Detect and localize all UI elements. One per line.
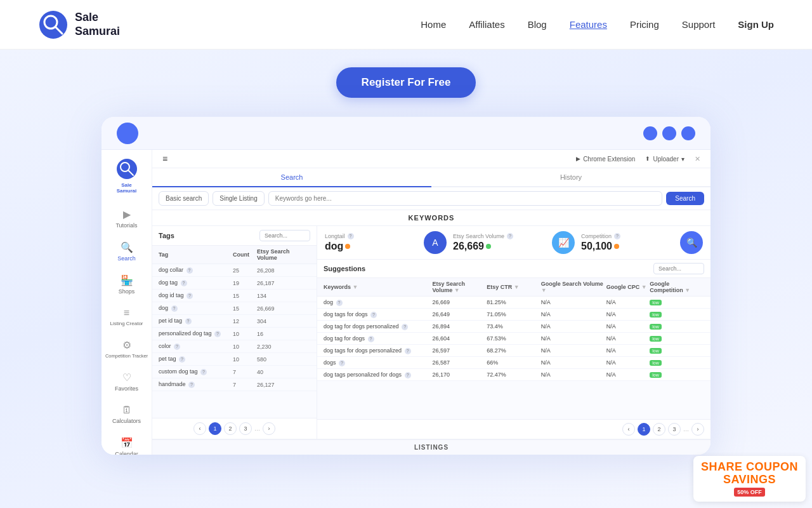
browser-dot-1 bbox=[643, 126, 657, 140]
tags-col-headers: Tag Count Etsy Search Volume bbox=[152, 246, 317, 264]
tags-panel: Tags Tag Count Etsy Search Volume dog co… bbox=[152, 226, 317, 439]
hamburger-icon[interactable]: ≡ bbox=[162, 154, 167, 164]
single-listing-btn[interactable]: Single Listing bbox=[213, 191, 264, 206]
col-tag-label: Tag bbox=[159, 251, 233, 258]
sidebar-item-competition[interactable]: ⚙ Competition Tracker bbox=[102, 334, 152, 364]
table-row: pet tag ?10580 bbox=[152, 353, 317, 366]
sugg-page-2[interactable]: 2 bbox=[653, 423, 665, 436]
suggestions-pagination: ‹ 1 2 3 … › bbox=[317, 419, 710, 439]
tags-search-input[interactable] bbox=[259, 230, 310, 241]
sidebar-item-tutorials[interactable]: ▶ Tutorials bbox=[102, 203, 152, 234]
list-item: dog tags personalized for dogs ? 26,170 … bbox=[317, 369, 710, 381]
longtail-icon: A bbox=[424, 231, 447, 254]
sidebar-label-search: Search bbox=[117, 255, 136, 262]
esv-stat: Etsy Search Volume ? 26,669 bbox=[453, 233, 546, 252]
keyword-stats: Longtail ? dog A Etsy Search Volume ? 26… bbox=[317, 226, 710, 260]
tags-header: Tags bbox=[152, 226, 317, 246]
nav-blog[interactable]: Blog bbox=[528, 19, 547, 30]
suggestions-col-headers: Keywords ▼ Etsy Search Volume ▼ Etsy CTR… bbox=[317, 278, 710, 297]
table-row: dog ?1526,669 bbox=[152, 302, 317, 315]
nav-affiliates[interactable]: Affiliates bbox=[469, 19, 504, 30]
nav-features[interactable]: Features bbox=[570, 19, 607, 30]
close-icon[interactable]: ✕ bbox=[695, 155, 700, 163]
col-gc: Google Competition ▼ bbox=[650, 281, 704, 293]
browser-chrome-bar bbox=[102, 117, 710, 150]
table-row: color ?102,230 bbox=[152, 340, 317, 353]
basic-search-btn[interactable]: Basic search bbox=[159, 191, 209, 206]
nav-support[interactable]: Support bbox=[682, 19, 716, 30]
col-esv: Etsy Search Volume ▼ bbox=[432, 281, 487, 293]
table-row: handmade ?726,127 bbox=[152, 378, 317, 391]
tags-pagination: ‹ 1 2 3 … › bbox=[152, 418, 317, 439]
sugg-page-prev[interactable]: ‹ bbox=[622, 423, 635, 436]
tab-history[interactable]: History bbox=[431, 168, 710, 186]
sidebar-label-tutorials: Tutorials bbox=[115, 222, 137, 229]
sidebar-item-listing-creator[interactable]: ≡ Listing Creator bbox=[102, 302, 152, 331]
sugg-page-next[interactable]: › bbox=[691, 423, 704, 436]
listing-icon: ≡ bbox=[124, 307, 129, 319]
competition-icon: 🔍 bbox=[680, 231, 703, 254]
tutorials-icon: ▶ bbox=[123, 208, 131, 220]
search-execute-btn[interactable]: Search bbox=[666, 192, 704, 205]
sidebar: SaleSamurai ▶ Tutorials 🔍 Search 🏪 Shops… bbox=[102, 150, 152, 455]
share-coupon-badge[interactable]: SHARE COUPON SAVINGS 50% OFF bbox=[693, 456, 806, 502]
logo-icon bbox=[38, 10, 69, 40]
top-bar: ≡ ▶ Chrome Extension ⬆ Uploader ▾ ✕ bbox=[152, 150, 710, 168]
uploader[interactable]: ⬆ Uploader ▾ bbox=[645, 156, 684, 163]
sugg-page-1[interactable]: 1 bbox=[638, 423, 650, 436]
competition-stat: Competition ? 50,100 bbox=[581, 233, 674, 252]
sidebar-label-listing: Listing Creator bbox=[110, 321, 143, 326]
sidebar-item-calendar[interactable]: 📅 Calendar bbox=[102, 432, 152, 455]
nav-pricing[interactable]: Pricing bbox=[630, 19, 659, 30]
right-panel: Longtail ? dog A Etsy Search Volume ? 26… bbox=[317, 226, 710, 439]
suggestions-header: Suggestions bbox=[317, 260, 710, 278]
navigation: Sale Samurai Home Affiliates Blog Featur… bbox=[0, 0, 812, 50]
shops-icon: 🏪 bbox=[121, 274, 133, 286]
list-item: dog tags for dogs ? 26,649 71.05% N/A N/… bbox=[317, 309, 710, 321]
page-1[interactable]: 1 bbox=[209, 422, 221, 435]
svg-point-3 bbox=[117, 159, 137, 179]
col-ctr: Etsy CTR ▼ bbox=[487, 284, 541, 290]
calculators-icon: 🗓 bbox=[122, 404, 132, 416]
tags-title: Tags bbox=[159, 232, 174, 239]
page-next[interactable]: › bbox=[263, 422, 275, 435]
keyword-input[interactable] bbox=[268, 191, 663, 206]
search-bar-row: Basic search Single Listing Search bbox=[152, 187, 710, 210]
page-prev[interactable]: ‹ bbox=[193, 422, 206, 435]
sidebar-item-calculators[interactable]: 🗓 Calculators bbox=[102, 399, 152, 429]
sidebar-label-favorites: Favorites bbox=[115, 385, 138, 392]
hero-section: Register For Free SaleSamurai bbox=[0, 50, 812, 508]
sidebar-label-shops: Shops bbox=[119, 288, 135, 295]
table-row: dog id tag ?15134 bbox=[152, 290, 317, 302]
col-keywords: Keywords ▼ bbox=[324, 284, 432, 290]
col-count-label: Count bbox=[233, 251, 257, 258]
page-2[interactable]: 2 bbox=[224, 422, 237, 435]
sidebar-label-competition: Competition Tracker bbox=[105, 353, 148, 359]
table-row: dog collar ?2526,208 bbox=[152, 264, 317, 277]
register-button[interactable]: Register For Free bbox=[336, 67, 476, 98]
browser-dot-3 bbox=[681, 126, 695, 140]
logo[interactable]: Sale Samurai bbox=[38, 10, 120, 40]
list-item: dog tag for dogs ? 26,604 67.53% N/A N/A… bbox=[317, 333, 710, 345]
sugg-page-3[interactable]: 3 bbox=[668, 423, 681, 436]
page-3[interactable]: 3 bbox=[239, 422, 252, 435]
sidebar-item-shops[interactable]: 🏪 Shops bbox=[102, 269, 152, 300]
chrome-extension[interactable]: ▶ Chrome Extension bbox=[576, 156, 635, 163]
play-icon: ▶ bbox=[576, 156, 580, 162]
sugg-page-dots: … bbox=[683, 426, 689, 432]
nav-signup[interactable]: Sign Up bbox=[738, 19, 774, 30]
sidebar-item-search[interactable]: 🔍 Search bbox=[102, 236, 152, 267]
suggestions-search-input[interactable] bbox=[653, 263, 704, 274]
sidebar-item-favorites[interactable]: ♡ Favorites bbox=[102, 366, 152, 397]
col-esv-label: Etsy Search Volume bbox=[257, 248, 301, 261]
uploader-arrow: ▾ bbox=[681, 156, 684, 163]
nav-home[interactable]: Home bbox=[421, 19, 446, 30]
page-dots: … bbox=[254, 425, 260, 432]
two-column-layout: Tags Tag Count Etsy Search Volume dog co… bbox=[152, 226, 710, 439]
share-coupon-text: SHARE COUPON SAVINGS bbox=[701, 461, 798, 486]
col-gsv: Google Search Volume ▼ bbox=[541, 281, 606, 293]
upload-icon: ⬆ bbox=[645, 156, 650, 162]
svg-point-0 bbox=[39, 11, 67, 39]
tab-search[interactable]: Search bbox=[152, 168, 431, 187]
sidebar-logo: SaleSamurai bbox=[115, 157, 138, 194]
